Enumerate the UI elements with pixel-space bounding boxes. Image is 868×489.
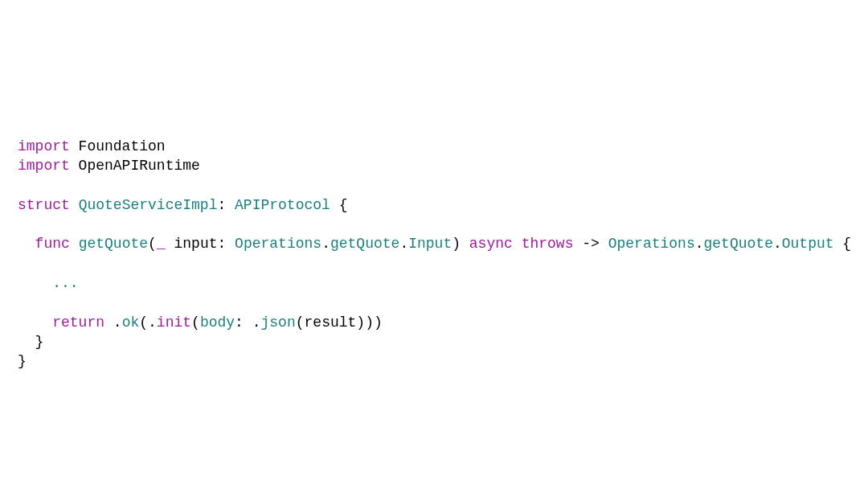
code-token: Operations [235,236,321,252]
code-token: return [52,314,104,331]
code-token: ) [452,236,469,252]
code-token [18,236,35,252]
code-token: . [321,236,330,252]
code-token: Output [782,236,834,252]
code-token: . [773,236,782,252]
code-token: ( [148,236,157,252]
code-token: APIProtocol [235,197,330,213]
code-token: . [104,314,122,331]
code-token: body [200,314,235,331]
code-token [70,236,79,252]
code-token: init [157,314,191,331]
code-token: { [330,197,348,213]
code-token: import [18,138,70,154]
code-token: struct [18,197,70,213]
code-token: import [18,158,70,174]
code-token: _ [157,236,166,252]
code-token: } [18,334,43,350]
code-token: getQuote [79,236,148,252]
code-token: { [834,236,852,252]
code-token: OpenAPIRuntime [70,158,200,174]
code-token: ( [191,314,200,331]
code-token: ... [52,275,78,291]
code-token [513,236,522,252]
code-token: Foundation [70,138,166,154]
code-token [70,197,79,213]
code-token: throws [522,236,574,252]
code-token: json [261,314,296,331]
code-token: input: [166,236,235,252]
code-token: : . [235,314,260,331]
code-token: QuoteServiceImpl [79,197,218,213]
code-token [18,275,52,291]
code-token: getQuote [704,236,773,252]
code-token: func [35,236,70,252]
code-token: : [217,197,235,213]
code-token: getQuote [330,236,399,252]
code-token: } [18,353,27,369]
code-token: Input [408,236,452,252]
code-token: . [399,236,408,252]
code-token: -> [573,236,608,252]
code-token: (. [139,314,157,331]
code-token: (result))) [296,314,383,331]
code-snippet: import Foundation import OpenAPIRuntime … [18,137,868,372]
code-token [18,314,52,331]
code-token: async [469,236,513,252]
code-token: Operations [608,236,695,252]
code-token: . [695,236,704,252]
code-token: ok [122,314,140,331]
